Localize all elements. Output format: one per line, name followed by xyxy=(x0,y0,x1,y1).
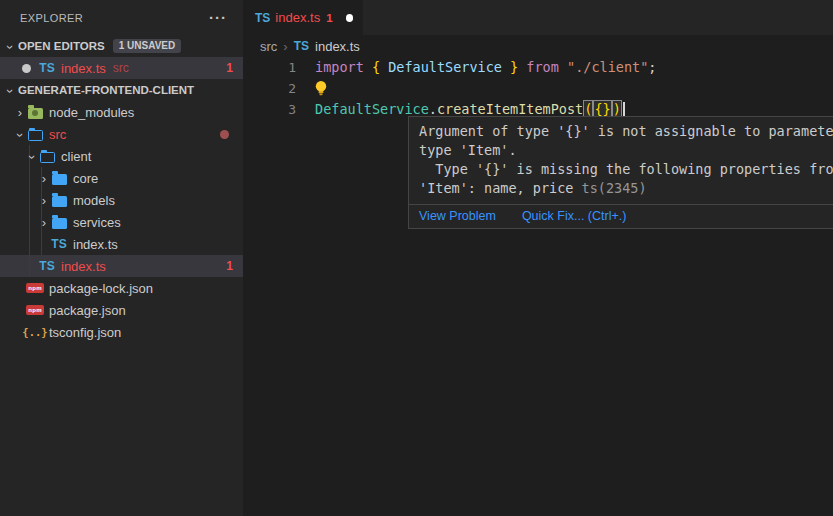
code-token: DefaultService xyxy=(388,59,502,75)
typescript-file-icon: TS xyxy=(38,259,56,273)
chevron-down-icon: › xyxy=(4,85,17,97)
tree-item-label: core xyxy=(73,171,98,186)
tree-item-client[interactable]: › client xyxy=(0,145,243,167)
error-count-badge: 1 xyxy=(226,61,233,75)
error-message-line: type 'Item'. xyxy=(419,141,833,160)
tree-item-label: client xyxy=(61,149,91,164)
tree-item-label: tsconfig.json xyxy=(49,325,121,340)
hover-actions: View Problem Quick Fix... (Ctrl+.) xyxy=(409,204,833,228)
lightbulb-icon[interactable] xyxy=(313,80,329,97)
code-line-2: 2 xyxy=(243,78,833,99)
tree-item-package-lock-json[interactable]: › npm package-lock.json xyxy=(0,277,243,299)
more-actions-icon[interactable]: ··· xyxy=(209,9,227,26)
open-editors-label: OPEN EDITORS xyxy=(18,40,105,52)
tree-item-client-index-ts[interactable]: › TS index.ts xyxy=(0,233,243,255)
npm-file-icon: npm xyxy=(26,305,44,315)
error-message-text: 'Item': name, price xyxy=(419,180,582,196)
chevron-down-icon: › xyxy=(26,151,39,163)
code-token: } xyxy=(502,59,526,75)
node-modules-folder-icon xyxy=(28,108,43,119)
breadcrumb: src › TS index.ts xyxy=(243,35,833,57)
view-problem-link[interactable]: View Problem xyxy=(419,209,496,223)
explorer-header: EXPLORER ··· xyxy=(0,0,243,35)
folder-icon xyxy=(52,174,67,185)
tree-item-label: index.ts xyxy=(73,237,118,252)
code-editor[interactable]: 1 import { DefaultService } from "./clie… xyxy=(243,57,833,120)
code-text: import { DefaultService } from "./client… xyxy=(315,57,656,78)
tree-item-node-modules[interactable]: › node_modules xyxy=(0,101,243,123)
tab-modified-dot-icon[interactable] xyxy=(346,14,353,22)
explorer-title: EXPLORER xyxy=(20,12,83,24)
tree-item-core[interactable]: › core xyxy=(0,167,243,189)
code-token: createItemItemPost xyxy=(437,101,583,117)
tree-item-label: index.ts xyxy=(61,259,106,274)
code-line-1: 1 import { DefaultService } from "./clie… xyxy=(243,57,833,78)
workspace-name: GENERATE-FRONTEND-CLIENT xyxy=(18,84,194,96)
file-tree: › node_modules › src › client › core xyxy=(0,101,243,343)
tree-item-label: models xyxy=(73,193,115,208)
open-editors-section-header[interactable]: › OPEN EDITORS 1 UNSAVED xyxy=(0,35,243,57)
unsaved-count-badge: 1 UNSAVED xyxy=(113,39,182,53)
tab-bar: TS index.ts 1 xyxy=(243,0,833,35)
chevron-right-icon: › xyxy=(38,194,50,207)
error-count-badge: 1 xyxy=(226,259,233,273)
explorer-sidebar: EXPLORER ··· › OPEN EDITORS 1 UNSAVED TS… xyxy=(0,0,243,516)
tsconfig-file-icon: {..} xyxy=(26,326,44,338)
tree-item-label: package.json xyxy=(49,303,126,318)
open-folder-icon xyxy=(40,152,55,163)
code-token: { xyxy=(372,59,388,75)
error-message-line: Argument of type '{}' is not assignable … xyxy=(419,122,833,141)
error-dot-badge xyxy=(220,130,229,139)
tab-file-name: index.ts xyxy=(275,10,320,25)
indent-guide xyxy=(29,145,30,277)
typescript-file-icon: TS xyxy=(255,11,270,25)
code-token: ; xyxy=(648,59,656,75)
tree-item-package-json[interactable]: › npm package.json xyxy=(0,299,243,321)
tab-index-ts[interactable]: TS index.ts 1 xyxy=(243,0,363,35)
modified-dot-icon[interactable] xyxy=(22,64,31,73)
chevron-down-icon: › xyxy=(14,129,27,141)
open-editor-item-index-ts[interactable]: TS index.ts src 1 xyxy=(0,57,243,79)
breadcrumb-file[interactable]: index.ts xyxy=(315,39,360,54)
tree-item-label: package-lock.json xyxy=(49,281,153,296)
line-number: 2 xyxy=(243,78,296,99)
indent-guide xyxy=(41,167,42,255)
code-token: import xyxy=(315,59,372,75)
error-message-line: Type '{}' is missing the following prope… xyxy=(419,160,833,179)
line-number: 1 xyxy=(243,57,296,78)
tree-item-label: src xyxy=(49,127,66,142)
tree-item-src-index-ts[interactable]: › TS index.ts 1 xyxy=(0,255,243,277)
code-token: from xyxy=(526,59,567,75)
open-editor-file-path: src xyxy=(113,61,129,75)
error-code-ref: ts(2345) xyxy=(582,180,647,196)
typescript-file-icon: TS xyxy=(38,61,56,75)
code-token: DefaultService xyxy=(315,101,429,117)
tree-item-models[interactable]: › models xyxy=(0,189,243,211)
chevron-right-icon: › xyxy=(38,216,50,229)
tree-item-services[interactable]: › services xyxy=(0,211,243,233)
folder-icon xyxy=(52,196,67,207)
quick-fix-link[interactable]: Quick Fix... (Ctrl+.) xyxy=(522,209,627,223)
typescript-file-icon: TS xyxy=(294,39,309,53)
tab-error-count: 1 xyxy=(326,12,332,24)
open-editor-file-name: index.ts xyxy=(61,61,106,76)
npm-file-icon: npm xyxy=(26,283,44,293)
tree-item-label: node_modules xyxy=(49,105,134,120)
code-token: . xyxy=(429,101,437,117)
error-hover-tooltip: Argument of type '{}' is not assignable … xyxy=(408,116,833,229)
chevron-right-icon: › xyxy=(14,106,26,119)
workspace-section-header[interactable]: › GENERATE-FRONTEND-CLIENT xyxy=(0,79,243,101)
error-message: Argument of type '{}' is not assignable … xyxy=(409,117,833,204)
open-folder-icon xyxy=(28,130,43,141)
tree-item-src[interactable]: › src xyxy=(0,123,243,145)
error-message-line: 'Item': name, price ts(2345) xyxy=(419,179,833,198)
breadcrumb-folder[interactable]: src xyxy=(260,39,277,54)
chevron-right-icon: › xyxy=(38,172,50,185)
folder-icon xyxy=(52,218,67,229)
line-number: 3 xyxy=(243,99,296,120)
tree-item-tsconfig-json[interactable]: › {..} tsconfig.json xyxy=(0,321,243,343)
breadcrumb-separator-icon: › xyxy=(283,39,287,54)
editor-area: TS index.ts 1 src › TS index.ts 1 import… xyxy=(243,0,833,516)
tree-item-label: services xyxy=(73,215,121,230)
code-token: "./client" xyxy=(567,59,648,75)
